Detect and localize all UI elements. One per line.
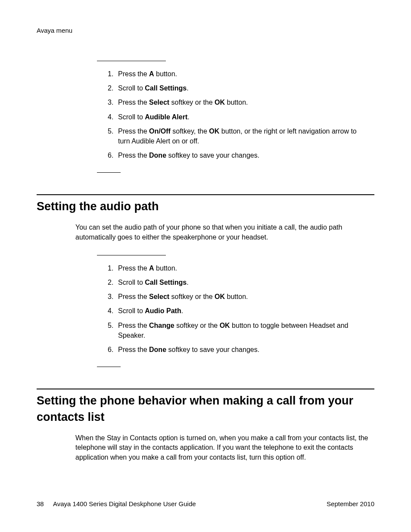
page-header: Avaya menu (37, 26, 374, 35)
section-intro: You can set the audio path of your phone… (75, 223, 374, 242)
footer-left: 38 Avaya 1400 Series Digital Deskphone U… (37, 499, 196, 508)
step-item: Press the Done softkey to save your chan… (108, 150, 370, 160)
steps-top-rule (97, 61, 166, 61)
steps-bottom-rule (97, 367, 121, 367)
step-item: Press the Done softkey to save your chan… (108, 345, 370, 355)
doc-title: Avaya 1400 Series Digital Deskphone User… (53, 500, 196, 507)
step-item: Press the Select softkey or the OK butto… (108, 97, 370, 107)
steps-list-2: Press the A button.Scroll to Call Settin… (108, 263, 374, 355)
step-item: Press the A button. (108, 263, 370, 273)
page-footer: 38 Avaya 1400 Series Digital Deskphone U… (37, 499, 374, 508)
step-item: Press the On/Off softkey, the OK button,… (108, 126, 370, 146)
page-number: 38 (37, 500, 44, 507)
footer-right: September 2010 (327, 499, 374, 508)
section-intro: When the Stay in Contacts option is turn… (75, 433, 374, 462)
step-item: Press the Select softkey or the OK butto… (108, 292, 370, 302)
steps-bottom-rule (97, 172, 121, 173)
section-title-phone-behavior: Setting the phone behavior when making a… (37, 393, 374, 426)
step-item: Scroll to Call Settings. (108, 277, 370, 287)
steps-top-rule (97, 255, 166, 255)
section-divider (37, 194, 374, 195)
step-item: Press the Change softkey or the OK butto… (108, 320, 370, 340)
step-item: Press the A button. (108, 69, 370, 79)
step-item: Scroll to Call Settings. (108, 83, 370, 93)
step-item: Scroll to Audio Path. (108, 306, 370, 316)
doc-date: September 2010 (327, 500, 374, 507)
steps-list-1: Press the A button.Scroll to Call Settin… (108, 69, 374, 160)
section-title-audio-path: Setting the audio path (37, 199, 374, 215)
step-item: Scroll to Audible Alert. (108, 112, 370, 122)
breadcrumb: Avaya menu (37, 27, 72, 34)
section-divider (37, 389, 374, 389)
